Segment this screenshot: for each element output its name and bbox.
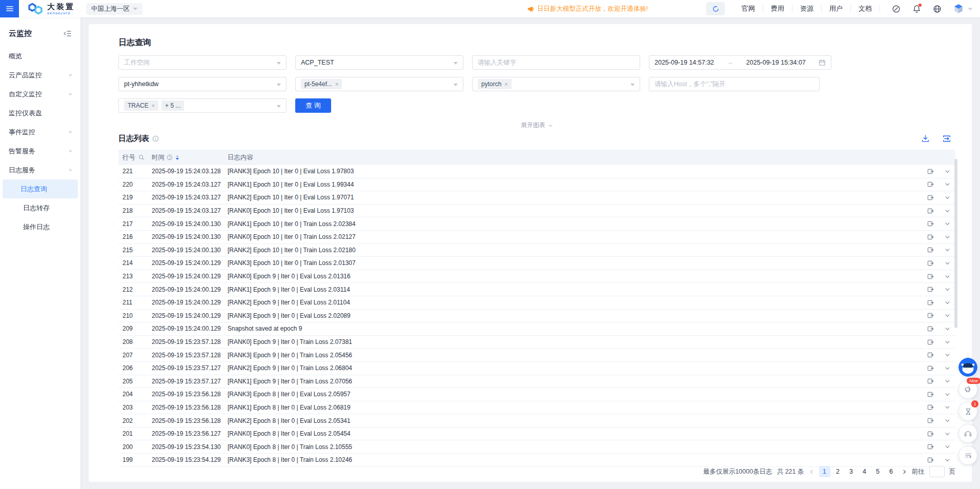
expand-row-icon[interactable]: [945, 339, 950, 345]
expand-row-icon[interactable]: [945, 181, 950, 187]
language-globe-icon[interactable]: [933, 5, 942, 13]
page-number[interactable]: 6: [886, 466, 897, 477]
expand-row-icon[interactable]: [945, 169, 950, 174]
expand-row-icon[interactable]: [945, 365, 950, 371]
export-logs-icon[interactable]: [942, 134, 951, 143]
more-levels-tag[interactable]: + 5 ...: [161, 100, 184, 111]
top-nav-link[interactable]: 官网: [734, 5, 763, 12]
support-icon[interactable]: [892, 5, 901, 13]
sidebar-item[interactable]: 监控仪表盘: [0, 104, 80, 123]
pod-select[interactable]: pt-5e4ef... ×: [295, 77, 463, 91]
customer-service-button[interactable]: [958, 424, 977, 443]
view-context-icon[interactable]: [927, 260, 934, 267]
view-context-icon[interactable]: [927, 181, 934, 188]
view-context-icon[interactable]: [927, 365, 934, 372]
expand-row-icon[interactable]: [945, 234, 950, 240]
page-number[interactable]: 2: [832, 466, 844, 477]
sidebar-item[interactable]: 日志服务 ∧: [0, 160, 80, 179]
goto-page-input[interactable]: [929, 466, 945, 477]
framework-select[interactable]: pytorch ×: [472, 77, 640, 91]
sidebar-item[interactable]: 操作日志: [3, 217, 78, 236]
workspace-select[interactable]: 工作空间: [118, 55, 287, 70]
sidebar-item[interactable]: 事件监控 ∨: [0, 123, 80, 141]
top-nav-link[interactable]: 资源: [792, 5, 822, 12]
assistant-mascot-button[interactable]: [958, 358, 977, 377]
expand-row-icon[interactable]: [945, 221, 950, 227]
page-number[interactable]: 1: [819, 466, 830, 477]
top-nav-link[interactable]: 文档: [851, 5, 880, 12]
view-context-icon[interactable]: [927, 168, 934, 175]
clock-icon[interactable]: [167, 154, 173, 160]
expand-row-icon[interactable]: [945, 247, 950, 253]
expand-row-icon[interactable]: [945, 195, 950, 200]
view-context-icon[interactable]: [927, 194, 934, 201]
view-context-icon[interactable]: [927, 208, 934, 214]
sidebar-item[interactable]: 日志查询: [3, 179, 78, 198]
view-context-icon[interactable]: [927, 404, 934, 411]
view-context-icon[interactable]: [927, 378, 934, 384]
view-context-icon[interactable]: [927, 443, 934, 450]
view-context-icon[interactable]: [927, 391, 934, 398]
expand-row-icon[interactable]: [945, 392, 950, 397]
expand-row-icon[interactable]: [945, 418, 950, 423]
expand-row-icon[interactable]: [945, 326, 950, 332]
expand-row-icon[interactable]: [945, 444, 950, 450]
view-context-icon[interactable]: [927, 273, 934, 280]
search-button[interactable]: 查 询: [295, 98, 331, 113]
sidebar-item[interactable]: 概览: [0, 47, 80, 66]
top-nav-link[interactable]: 费用: [763, 5, 792, 12]
view-context-icon[interactable]: [927, 234, 934, 240]
space-select[interactable]: ACP_TEST: [295, 55, 463, 70]
host-input[interactable]: [649, 77, 820, 91]
view-context-icon[interactable]: [927, 431, 934, 437]
expand-row-icon[interactable]: [945, 378, 950, 384]
remove-tag-icon[interactable]: ×: [335, 82, 338, 87]
scrollbar-thumb[interactable]: [954, 159, 957, 328]
view-context-icon[interactable]: [927, 417, 934, 424]
column-search-icon[interactable]: [138, 154, 145, 160]
expand-row-icon[interactable]: [945, 352, 950, 358]
sort-descending-icon[interactable]: [176, 158, 179, 160]
prev-page-icon[interactable]: [809, 469, 814, 475]
date-range-picker[interactable]: 2025-09-19 14:57:32 → 2025-09-19 15:34:0…: [649, 55, 831, 70]
log-level-select[interactable]: TRACE × + 5 ...: [118, 98, 287, 113]
refresh-button[interactable]: [706, 2, 725, 15]
download-logs-icon[interactable]: [921, 134, 930, 143]
remove-tag-icon[interactable]: ×: [504, 82, 507, 87]
view-context-icon[interactable]: [927, 247, 934, 253]
next-page-icon[interactable]: [902, 469, 907, 475]
sidebar-item[interactable]: 告警服务 ∨: [0, 141, 80, 160]
expand-row-icon[interactable]: [945, 431, 950, 437]
feedback-button[interactable]: [958, 446, 977, 465]
view-context-icon[interactable]: [927, 457, 934, 463]
sidebar-item[interactable]: 日志转存: [3, 198, 78, 217]
collapse-sidebar-icon[interactable]: [63, 30, 72, 37]
region-selector[interactable]: 中国上海一区: [86, 3, 142, 15]
view-context-icon[interactable]: [927, 325, 934, 332]
top-nav-link[interactable]: 用户: [822, 5, 851, 12]
task-select[interactable]: pt-yhhetkdw: [118, 77, 287, 91]
view-context-icon[interactable]: [927, 299, 934, 306]
expand-row-icon[interactable]: [945, 260, 950, 266]
expand-row-icon[interactable]: [945, 274, 950, 279]
page-number[interactable]: 5: [872, 466, 884, 477]
sort-control[interactable]: [176, 155, 179, 160]
view-context-icon[interactable]: [927, 286, 934, 293]
brand-logo[interactable]: 大装置 sensecore: [27, 2, 75, 15]
sidebar-item[interactable]: 自定义监控 ∨: [0, 85, 80, 104]
expand-row-icon[interactable]: [945, 287, 950, 292]
pending-tasks-button[interactable]: 1: [958, 402, 977, 421]
whats-new-button[interactable]: New: [958, 380, 977, 399]
sidebar-item[interactable]: 云产品监控 ∨: [0, 66, 80, 85]
view-context-icon[interactable]: [927, 339, 934, 345]
view-context-icon[interactable]: [927, 312, 934, 319]
page-number[interactable]: 4: [859, 466, 870, 477]
remove-tag-icon[interactable]: ×: [152, 103, 155, 109]
user-avatar[interactable]: [953, 3, 973, 14]
notifications-bell-icon[interactable]: [912, 5, 921, 13]
view-context-icon[interactable]: [927, 352, 934, 358]
expand-row-icon[interactable]: [945, 313, 950, 318]
expand-chart-link[interactable]: 展开图表: [521, 121, 553, 130]
expand-row-icon[interactable]: [945, 208, 950, 214]
expand-row-icon[interactable]: [945, 457, 950, 463]
